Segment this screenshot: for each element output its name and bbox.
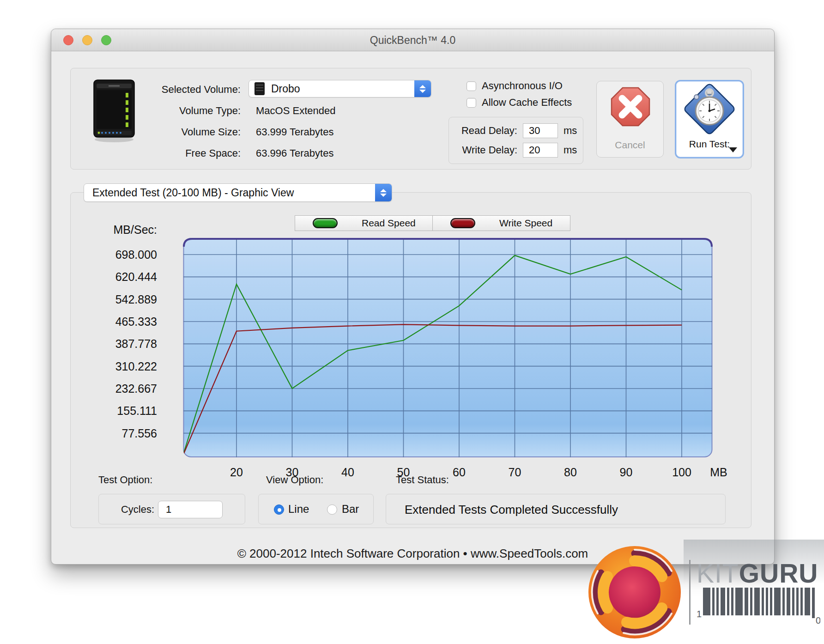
y-tick-label: 465.333 [70,315,157,328]
line-radio[interactable] [274,504,284,515]
cycles-stepper-icon[interactable] [171,505,186,514]
view-option-box: Line Bar [258,494,374,524]
legend-write-cell: Write Speed [432,216,570,231]
kitguru-kit-text: KIT [697,559,739,588]
write-delay-unit: ms [563,144,577,156]
write-speed-legend-label: Write Speed [499,218,552,229]
cancel-button-label: Cancel [597,140,663,151]
volume-mini-drive-icon [254,82,265,95]
y-tick-label: 387.778 [70,337,157,351]
kitguru-barcode-icon: 10 [697,588,820,626]
y-tick-label: 77.556 [70,426,157,440]
y-tick-label: 310.222 [70,359,157,373]
bar-radio[interactable] [327,504,337,515]
write-delay-label: Write Delay: [449,144,517,156]
y-axis-unit-label: MB/Sec: [70,223,157,237]
volume-type-value: MacOS Extended [256,105,335,117]
stopwatch-diamond-icon [676,81,743,136]
free-space-value: 63.996 Terabytes [256,147,333,159]
cache-effects-checkbox[interactable] [467,98,476,108]
test-status-value: Extended Tests Completed Successfully [405,494,618,525]
page: QuickBench™ 4.0 Selected Volume: Volume … [0,0,824,644]
selected-volume-value: Drobo [271,83,300,95]
read-delay-field[interactable]: 30 [523,123,558,138]
read-speed-swatch-icon [313,218,338,228]
read-delay-unit: ms [563,125,577,137]
test-option-label: Test Option: [98,474,152,486]
read-speed-legend-label: Read Speed [362,218,416,229]
cycles-label: Cycles: [99,494,154,525]
read-delay-label: Read Delay: [449,125,517,137]
legend-read-cell: Read Speed [295,216,432,231]
selected-volume-dropdown[interactable]: Drobo [248,80,431,97]
test-type-dropdown[interactable]: Extended Test (20-100 MB) - Graphic View [84,183,392,202]
volume-type-label: Volume Type: [130,105,241,117]
volume-size-value: 63.999 Terabytes [256,126,333,138]
y-tick-label: 155.111 [70,404,157,418]
cycles-stepper[interactable]: 1 [158,501,223,518]
window-title: QuickBench™ 4.0 [51,29,774,51]
x-tick-label: 100 [661,465,703,479]
run-test-button[interactable]: Run Test: [675,80,744,158]
y-tick-label: 232.667 [70,382,157,395]
x-tick-label: 80 [550,465,591,479]
speed-chart [183,237,713,458]
cancel-button[interactable]: Cancel [596,81,664,158]
title-bar: QuickBench™ 4.0 [51,29,774,51]
delay-groupbox: Read Delay: 30 ms Write Delay: 20 ms [448,117,583,164]
kitguru-swirl-icon [586,543,684,641]
x-axis-unit-label: MB [698,465,739,479]
x-tick-label: 90 [606,465,647,479]
cache-effects-label: Allow Cache Effects [482,97,572,109]
kitguru-logo: KITGURU 10 [580,540,824,644]
x-tick-label: 20 [216,465,257,479]
kitguru-divider [689,560,691,625]
y-tick-label: 620.444 [70,270,157,284]
test-status-label: Test Status: [396,474,449,486]
bar-radio-label: Bar [342,503,359,516]
line-radio-label: Line [288,503,309,516]
volume-size-label: Volume Size: [130,126,241,138]
selected-volume-label: Selected Volume: [130,84,241,96]
kitguru-wordmark: KITGURU [697,558,818,589]
test-status-box: Extended Tests Completed Successfully [386,494,726,524]
test-type-value: Extended Test (20-100 MB) - Graphic View [92,187,294,199]
dropdown-stepper-icon [375,184,392,201]
async-io-checkbox[interactable] [467,81,476,91]
cycles-value: 1 [166,504,171,516]
test-option-box: Cycles: 1 [98,494,245,524]
y-tick-label: 542.889 [70,292,157,306]
x-tick-label: 40 [327,465,369,479]
write-delay-field[interactable]: 20 [523,143,558,158]
write-speed-swatch-icon [450,218,475,228]
app-window: QuickBench™ 4.0 Selected Volume: Volume … [51,29,775,565]
svg-text:0: 0 [816,615,820,626]
y-tick-label: 698.000 [70,248,157,261]
x-tick-label: 70 [494,465,536,479]
dropdown-stepper-icon [414,80,431,97]
async-io-label: Asynchronous I/O [482,80,563,92]
view-option-label: View Option: [266,474,323,486]
run-test-dropdown-arrow-icon[interactable] [729,147,737,152]
kitguru-guru-text: GURU [739,559,818,588]
chart-legend: Read Speed Write Speed [295,215,570,231]
free-space-label: Free Space: [130,147,241,159]
stop-octagon-icon [597,81,664,137]
async-io-checkbox-row: Asynchronous I/O [467,80,563,92]
svg-text:1: 1 [697,609,702,619]
cache-effects-checkbox-row: Allow Cache Effects [467,97,572,109]
